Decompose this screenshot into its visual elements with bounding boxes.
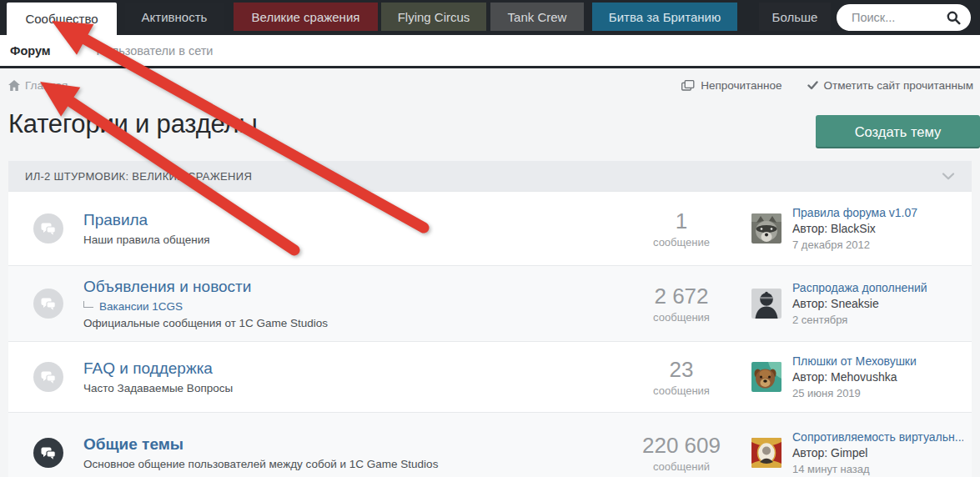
post-count-label: сообщения bbox=[631, 384, 731, 397]
forum-read-icon bbox=[33, 213, 63, 244]
last-post-date[interactable]: 2 сентября bbox=[792, 313, 963, 328]
last-post-title-link[interactable]: Распродажа дополнений bbox=[792, 280, 963, 297]
post-count-number: 1 bbox=[631, 209, 731, 234]
top-nav-bar: Сообщество Активность Великие сражения F… bbox=[0, 0, 980, 35]
category-header[interactable]: ИЛ-2 ШТУРМОВИК: ВЕЛИКИЕ СРАЖЕНИЯ bbox=[8, 161, 972, 191]
forum-description: Официальные сообщения от 1C Game Studios bbox=[83, 317, 623, 329]
last-post-title-link[interactable]: Правила форума v1.07 bbox=[792, 205, 963, 222]
last-post-author: Автор: Mehovushka bbox=[792, 369, 963, 386]
forum-title-link[interactable]: Общие темы bbox=[83, 435, 183, 454]
tab-battle-of-britain[interactable]: Битва за Британию bbox=[592, 3, 737, 31]
last-post-date[interactable]: 25 июня 2019 bbox=[792, 386, 963, 401]
forum-title-link[interactable]: Объявления и новости bbox=[83, 278, 251, 296]
subforum-link[interactable]: Вакансии 1CGS bbox=[99, 300, 183, 313]
avatar-blacksix[interactable] bbox=[751, 213, 781, 244]
post-count-label: сообщение bbox=[631, 236, 731, 249]
forum-description: Часто Задаваемые Вопросы bbox=[83, 382, 623, 394]
chevron-down-icon[interactable] bbox=[942, 173, 955, 180]
last-post-date[interactable]: 14 минут назад bbox=[792, 462, 963, 477]
avatar-mehovushka[interactable] bbox=[751, 362, 781, 392]
forum-title-link[interactable]: Правила bbox=[83, 211, 148, 229]
tab-community[interactable]: Сообщество bbox=[7, 3, 117, 35]
search-input[interactable] bbox=[850, 10, 947, 25]
search-icon[interactable] bbox=[947, 11, 961, 25]
last-post-block: Плюшки от Меховушки Автор: Mehovushka 25… bbox=[792, 354, 963, 401]
post-count-number: 23 bbox=[631, 358, 731, 383]
branch-icon bbox=[83, 301, 93, 308]
forum-unread-icon bbox=[33, 438, 63, 468]
home-icon bbox=[8, 80, 20, 91]
tab-great-battles[interactable]: Великие сражения bbox=[234, 3, 378, 31]
forum-row[interactable]: Общие темы Основное общение пользователе… bbox=[8, 412, 972, 477]
secondary-nav: Форум Пользователи в сети bbox=[0, 35, 980, 68]
post-count-label: сообщений bbox=[631, 460, 731, 473]
forum-description: Основное общение пользователей между соб… bbox=[83, 458, 623, 470]
forum-row[interactable]: Правила Наши правила общения 1 сообщение… bbox=[8, 191, 972, 265]
last-post-date[interactable]: 7 декабря 2012 bbox=[792, 238, 963, 253]
post-count-number: 2 672 bbox=[631, 284, 731, 309]
chat-bubbles-icon bbox=[41, 298, 56, 310]
last-post-block: Правила форума v1.07 Автор: BlackSix 7 д… bbox=[792, 205, 963, 253]
last-post-author: Автор: BlackSix bbox=[792, 221, 963, 238]
unread-content-button[interactable]: Непрочитанное bbox=[681, 79, 781, 92]
breadcrumb-row: Главная Непрочитанное Отметить сайт проч… bbox=[0, 68, 980, 92]
avatar-sneaksie[interactable] bbox=[751, 289, 781, 319]
forum-post-count: 2 672 сообщения bbox=[631, 284, 731, 324]
forum-post-count: 1 сообщение bbox=[631, 209, 731, 249]
forum-read-icon bbox=[33, 362, 63, 392]
unread-label: Непрочитанное bbox=[701, 79, 781, 92]
last-post-block: Распродажа дополнений Автор: Sneaksie 2 … bbox=[792, 280, 963, 328]
last-post-block: Сопротивляемость виртуальн... Автор: Gim… bbox=[792, 429, 963, 477]
search-box[interactable] bbox=[837, 4, 971, 31]
forum-title-link[interactable]: FAQ и поддержка bbox=[83, 359, 213, 378]
subnav-item-forum[interactable]: Форум bbox=[10, 44, 51, 58]
last-post-author: Автор: Sneaksie bbox=[792, 296, 963, 313]
checkmark-icon bbox=[807, 81, 818, 90]
chat-bubbles-icon bbox=[41, 447, 56, 459]
forum-row[interactable]: FAQ и поддержка Часто Задаваемые Вопросы… bbox=[8, 341, 972, 412]
category-title: ИЛ-2 ШТУРМОВИК: ВЕЛИКИЕ СРАЖЕНИЯ bbox=[25, 170, 252, 183]
subnav-item-online-users[interactable]: Пользователи в сети bbox=[97, 44, 214, 58]
tab-flying-circus[interactable]: Flying Circus bbox=[381, 3, 486, 31]
last-post-author: Автор: Gimpel bbox=[792, 445, 963, 462]
post-count-label: сообщения bbox=[631, 311, 731, 324]
breadcrumb-label: Главная bbox=[25, 79, 68, 92]
tab-more[interactable]: Больше bbox=[759, 3, 831, 31]
tab-tank-crew[interactable]: Tank Crew bbox=[490, 3, 584, 31]
chat-bubbles-icon bbox=[41, 223, 56, 235]
content-stack-icon bbox=[681, 80, 695, 91]
forum-row[interactable]: Объявления и новости Вакансии 1CGS Офици… bbox=[8, 265, 972, 341]
forum-post-count: 23 сообщения bbox=[631, 358, 731, 397]
avatar-gimpel[interactable] bbox=[751, 438, 781, 468]
mark-site-read-button[interactable]: Отметить сайт прочитанным bbox=[807, 79, 974, 92]
create-topic-button[interactable]: Создать тему bbox=[816, 115, 980, 148]
forum-read-icon bbox=[33, 289, 63, 319]
category-panel: ИЛ-2 ШТУРМОВИК: ВЕЛИКИЕ СРАЖЕНИЯ Правила… bbox=[8, 161, 972, 477]
last-post-title-link[interactable]: Плюшки от Меховушки bbox=[792, 354, 963, 370]
mark-site-read-label: Отметить сайт прочитанным bbox=[824, 79, 974, 92]
chat-bubbles-icon bbox=[41, 371, 56, 384]
subforum-row: Вакансии 1CGS bbox=[83, 300, 623, 313]
post-count-number: 220 609 bbox=[631, 434, 731, 459]
last-post-title-link[interactable]: Сопротивляемость виртуальн... bbox=[792, 429, 963, 446]
forum-description: Наши правила общения bbox=[83, 233, 623, 246]
breadcrumb-home[interactable]: Главная bbox=[8, 79, 68, 92]
forum-post-count: 220 609 сообщений bbox=[631, 434, 731, 473]
tab-activity[interactable]: Активность bbox=[125, 3, 224, 31]
